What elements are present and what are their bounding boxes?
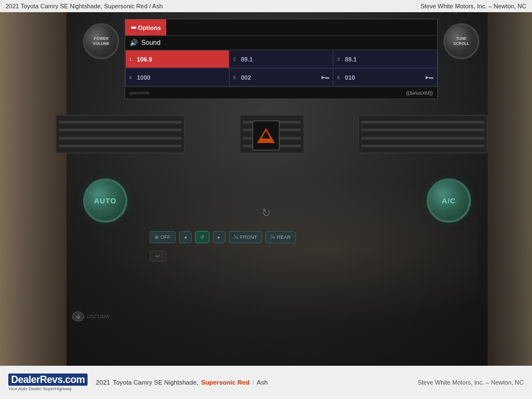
preset-freq-3: 88.1	[345, 56, 356, 63]
dealer-tagline: Your Auto Dealer SuperHighway	[8, 386, 71, 391]
vent-slat	[59, 129, 182, 131]
interior-left-panel	[0, 12, 66, 366]
fan-direction-right-icon: ▸	[213, 231, 226, 243]
dealer-revs-logo-text: DealerRevs.com	[8, 374, 88, 386]
right-vent-slats	[359, 116, 487, 152]
exterior-color: Supersonic Red	[201, 379, 250, 386]
radio-preset-2[interactable]: 2 89.1	[229, 50, 334, 68]
preset-num-4: 4	[129, 75, 135, 80]
preset-num-3: 3	[337, 57, 342, 62]
siriusxm-logo: ((SiriusXM))	[406, 90, 433, 96]
auto-climate-knob[interactable]: AUTO	[83, 178, 127, 223]
top-bar: 2021 Toyota Camry SE Nightshade, Superso…	[0, 0, 532, 12]
fan-direction-left-icon: ◂	[179, 231, 192, 243]
knob-right-label-1: TUNE	[456, 37, 467, 41]
interior-background: POWER VOLUME TUNE SCROLL ••• Options 🔊 S…	[0, 12, 532, 366]
ac-knob[interactable]: A/C	[427, 178, 471, 223]
preset-freq-2: 89.1	[241, 56, 253, 63]
fan-mode-button[interactable]: ↺	[195, 231, 209, 243]
preset-icons-6: ▶▬	[426, 75, 433, 80]
infotainment-screen[interactable]: ••• Options 🔊 Sound 1 106.9 2 89.1 3 88.…	[125, 19, 438, 99]
vent-slat	[361, 145, 484, 147]
options-label: Options	[138, 24, 161, 31]
vent-slat	[59, 137, 182, 140]
recirculate-button[interactable]: ↩	[150, 250, 166, 262]
tune-scroll-knob[interactable]: TUNE SCROLL	[443, 23, 479, 59]
preset-num-6: 6	[337, 75, 342, 80]
front-defrost-button[interactable]: 🌬 FRONT	[229, 231, 263, 243]
right-vent	[358, 115, 488, 154]
car-title-top: 2021 Toyota Camry SE Nightshade, Superso…	[6, 3, 163, 9]
vent-slat	[59, 121, 182, 124]
radio-presets-grid: 1 106.9 2 89.1 3 88.1 4 1000 5 002 ▶▬ 6	[125, 50, 437, 86]
left-vent	[55, 115, 185, 154]
radio-preset-1[interactable]: 1 106.9	[125, 50, 229, 68]
color-separator: /	[252, 379, 254, 386]
vent-slat	[361, 121, 484, 124]
outlet-area: ⏻ 12V/120W	[72, 311, 110, 321]
rear-defrost-button[interactable]: 🌬 REAR	[265, 231, 296, 243]
screen-footer: gracenote ((SiriusXM))	[125, 86, 437, 99]
preset-freq-4: 1000	[137, 74, 150, 81]
hazard-button[interactable]	[252, 120, 280, 151]
power-volume-knob[interactable]: POWER VOLUME	[83, 23, 119, 59]
dealer-revs-name: DealerRevs.com	[11, 374, 85, 385]
dealer-info-top: Steve White Motors, Inc. – Newton, NC	[421, 3, 526, 9]
preset-num-1: 1	[129, 57, 135, 62]
radio-preset-4[interactable]: 4 1000	[125, 68, 229, 86]
options-button[interactable]: ••• Options	[125, 19, 166, 35]
bottom-bar: DealerRevs.com Your Auto Dealer SuperHig…	[0, 366, 532, 399]
radio-preset-6[interactable]: 6 010 ▶▬	[333, 68, 437, 86]
preset-icons-5: ▶▬	[321, 75, 329, 80]
auto-knob-label: AUTO	[94, 197, 117, 205]
dealer-logo: DealerRevs.com Your Auto Dealer SuperHig…	[8, 374, 88, 391]
screen-header: ••• Options	[125, 19, 437, 36]
preset-num-5: 5	[233, 75, 239, 80]
outlet-label: 12V/120W	[86, 314, 110, 319]
bottom-car-info: 2021 Toyota Camry SE Nightshade, Superso…	[96, 379, 418, 386]
radio-preset-3[interactable]: 3 88.1	[333, 50, 437, 68]
preset-freq-1: 106.9	[137, 56, 152, 63]
hazard-triangle-icon	[257, 128, 275, 143]
knob-left-label-1: POWER	[94, 37, 108, 41]
car-make-model: Toyota Camry SE Nightshade,	[113, 379, 198, 386]
knob-left-label-2: VOLUME	[93, 42, 110, 46]
vent-slat	[59, 145, 182, 147]
sound-icon: 🔊	[130, 39, 138, 47]
gracenote-logo: gracenote	[130, 90, 150, 95]
recirculate-icon: ↻	[262, 207, 271, 219]
outlet-icon: ⏻	[72, 311, 84, 321]
preset-num-2: 2	[233, 57, 239, 62]
sound-row[interactable]: 🔊 Sound	[125, 36, 437, 50]
radio-preset-5[interactable]: 5 002 ▶▬	[229, 68, 334, 86]
fan-mode-icon: ↻	[262, 206, 271, 219]
options-dots-icon: •••	[131, 23, 136, 32]
vent-slat	[361, 129, 484, 131]
fan-off-button[interactable]: ⊗ OFF	[150, 231, 176, 243]
interior-right-panel	[488, 12, 532, 366]
preset-freq-5: 002	[241, 74, 251, 81]
ac-knob-label: A/C	[442, 197, 456, 205]
left-vent-slats	[57, 116, 184, 152]
bottom-dealer-info: Steve White Motors, Inc. – Newton, NC	[418, 379, 524, 386]
knob-right-label-2: SCROLL	[453, 42, 469, 46]
climate-button-row: ⊗ OFF ◂ ↺ ▸ 🌬 FRONT 🌬 REAR	[150, 231, 421, 243]
car-year: 2021	[96, 379, 110, 386]
reflection-overlay	[111, 178, 477, 321]
sound-label: Sound	[141, 39, 161, 47]
fan-speed-row: ↩	[150, 250, 432, 262]
vent-slat	[361, 137, 484, 140]
preset-freq-6: 010	[345, 74, 355, 81]
interior-color: Ash	[257, 379, 268, 386]
